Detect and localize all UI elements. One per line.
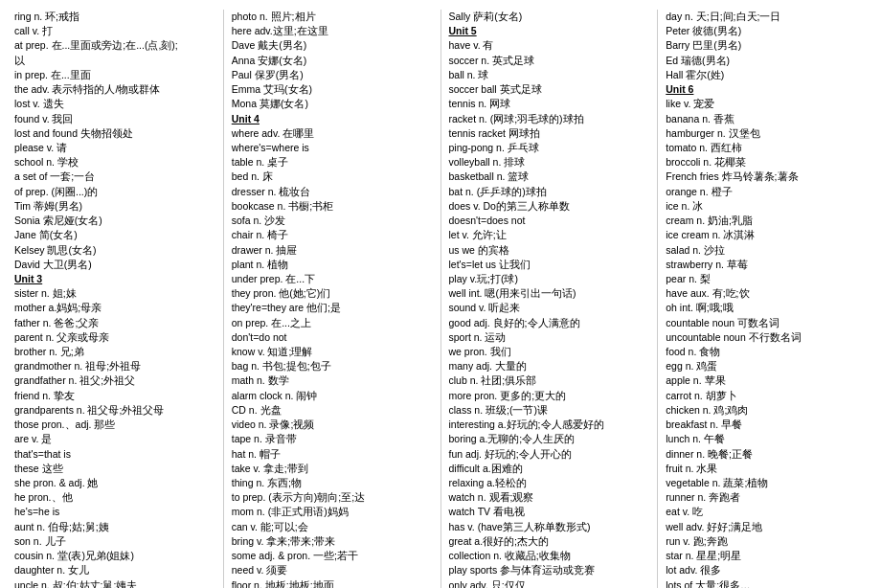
entry-1-23: brother n. 兄;弟 [14,345,215,359]
entry-1-13: Tim 蒂姆(男名) [14,199,215,214]
entry-3-37: great a.很好的;杰大的 [449,534,650,549]
entry-1-34: he's=he is [14,505,215,519]
entry-3-33: relaxing a.轻松的 [449,476,650,490]
entry-2-28: CD n. 光盘 [232,403,433,418]
entry-1-8: lost and found 失物招领处 [14,126,215,141]
page-container: ring n. 环;戒指call v. 打at prep. 在...里面或旁边;… [14,10,867,588]
entry-3-26: club n. 社团;俱乐部 [449,373,650,388]
entry-2-1: photo n. 照片;相片 [232,10,433,24]
entry-1-29: are v. 是 [14,432,215,446]
entry-3-14: does v. Do的第三人称单数 [449,199,650,214]
entry-2-11: table n. 桌子 [232,155,433,170]
entry-2-8: Unit 4 [232,112,433,126]
entry-3-1: Sally 萨莉(女名) [449,10,650,24]
entry-3-15: doesn't=does not [449,214,650,228]
entry-3-10: ping-pong n. 乒乓球 [449,141,650,155]
entry-3-8: racket n. (网球;羽毛球的)球拍 [449,112,650,126]
entry-3-7: tennis n. 网球 [449,97,650,111]
entry-1-37: cousin n. 堂(表)兄弟(姐妹) [14,549,215,563]
entry-1-27: grandparents n. 祖父母;外祖父母 [14,403,215,418]
entry-4-27: carrot n. 胡萝卜 [666,389,867,403]
entry-4-3: Barry 巴里(男名) [666,38,867,53]
entry-1-17: David 大卫(男名) [14,258,215,272]
entry-1-31: these 这些 [14,462,215,476]
entry-4-11: broccoli n. 花椰菜 [666,155,867,170]
entry-2-34: to prep. (表示方向)朝向;至;达 [232,490,433,505]
entry-3-5: ball n. 球 [449,68,650,82]
entry-1-5: the adv. 表示特指的人/物或群体 [14,82,215,97]
entry-1-3: at prep. 在...里面或旁边;在...(点,刻); 以 [14,38,215,67]
entry-3-24: we pron. 我们 [449,345,650,359]
entry-3-16: let v. 允许;让 [449,228,650,242]
entry-2-17: drawer n. 抽屉 [232,243,433,258]
entry-4-23: uncountable noun 不行数名词 [666,330,867,345]
entry-3-23: sport n. 运动 [449,330,650,345]
entry-3-11: volleyball n. 排球 [449,155,650,170]
entry-1-30: that's=that is [14,447,215,462]
entry-3-12: basketball n. 篮球 [449,170,650,184]
entry-1-25: grandfather n. 祖父;外祖父 [14,373,215,388]
entry-1-4: in prep. 在...里面 [14,68,215,82]
entry-1-7: found v. 我回 [14,112,215,126]
entry-4-15: cream n. 奶油;乳脂 [666,214,867,228]
entry-4-25: egg n. 鸡蛋 [666,359,867,373]
entry-4-30: lunch n. 午餐 [666,432,867,446]
entry-1-6: lost v. 遗失 [14,97,215,111]
entry-2-9: where adv. 在哪里 [232,126,433,141]
entry-2-4: Anna 安娜(女名) [232,54,433,68]
entry-1-20: mother a.妈妈;母亲 [14,301,215,315]
entry-2-2: here adv.这里;在这里 [232,24,433,38]
entry-4-10: tomato n. 西红柿 [666,141,867,155]
entry-4-20: have aux. 有;吃;饮 [666,286,867,301]
entry-3-28: class n. 班级;(一节)课 [449,403,650,418]
entry-4-17: salad n. 沙拉 [666,243,867,258]
entry-4-13: orange n. 橙子 [666,185,867,199]
entry-1-1: ring n. 环;戒指 [14,10,215,24]
entry-3-13: bat n. (乒乒球的)球拍 [449,185,650,199]
entry-3-21: sound v. 听起来 [449,301,650,315]
entry-2-18: plant n. 植物 [232,258,433,272]
entry-2-3: Dave 戴夫(男名) [232,38,433,53]
entry-2-29: video n. 录像;视频 [232,418,433,432]
entry-1-9: please v. 请 [14,141,215,155]
entry-4-32: fruit n. 水果 [666,462,867,476]
entry-3-20: well int. 嗯(用来引出一句话) [449,286,650,301]
entry-4-9: hamburger n. 汉堡包 [666,126,867,141]
entry-1-33: he pron.、他 [14,490,215,505]
entry-3-22: good adj. 良好的;令人满意的 [449,316,650,330]
entry-2-16: chair n. 椅子 [232,228,433,242]
entry-2-24: know v. 知道;理解 [232,345,433,359]
entry-4-19: pear n. 梨 [666,272,867,286]
entry-3-17: us we 的宾格 [449,243,650,258]
entry-3-4: soccer n. 英式足球 [449,54,650,68]
entry-3-18: let's=let us 让我们 [449,258,650,272]
entry-4-34: runner n. 奔跑者 [666,490,867,505]
entry-1-36: son n. 儿子 [14,534,215,549]
entry-2-38: some adj. & pron. 一些;若干 [232,549,433,563]
entry-4-4: Ed 瑞德(男名) [666,54,867,68]
section-title-4-6: Unit 6 [666,83,693,95]
entry-4-2: Peter 彼德(男名) [666,24,867,38]
entry-4-31: dinner n. 晚餐;正餐 [666,447,867,462]
entry-3-9: tennis racket 网球拍 [449,126,650,141]
entry-1-24: grandmother n. 祖母;外祖母 [14,359,215,373]
entry-2-14: bookcase n. 书橱;书柜 [232,199,433,214]
entry-2-15: sofa n. 沙发 [232,214,433,228]
entry-2-35: mom n. (非正式用语)妈妈 [232,505,433,519]
entry-2-39: need v. 须要 [232,563,433,577]
entry-1-16: Kelsey 凯思(女名) [14,243,215,258]
entry-3-19: play v.玩;打(球) [449,272,650,286]
entry-1-18: Unit 3 [14,272,215,286]
entry-4-21: oh int. 啊;哦;哦 [666,301,867,315]
entry-2-12: bed n. 床 [232,170,433,184]
entry-4-26: apple n. 苹果 [666,373,867,388]
section-title-3-2: Unit 5 [449,25,477,36]
entry-3-38: collection n. 收藏品;收集物 [449,549,650,563]
entry-3-2: Unit 5 [449,24,650,38]
entry-2-20: they pron. 他(她;它)们 [232,286,433,301]
entry-1-12: of prep. (闲圈...)的 [14,185,215,199]
entry-1-14: Sonia 索尼娅(女名) [14,214,215,228]
section-title-1-18: Unit 3 [14,273,42,284]
entry-4-24: food n. 食物 [666,345,867,359]
entry-1-32: she pron. & adj. 她 [14,476,215,490]
